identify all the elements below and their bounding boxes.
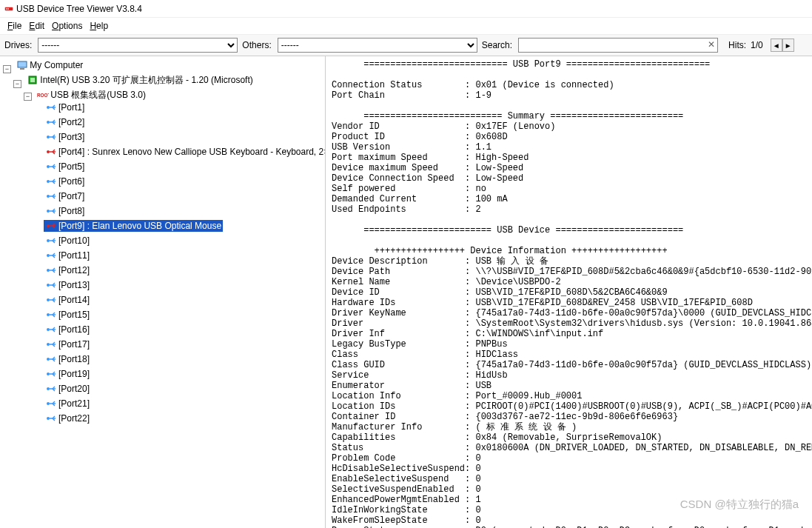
expander-icon[interactable]: −	[24, 93, 32, 101]
tree-root[interactable]: My Computer	[15, 59, 84, 71]
svg-rect-1	[6, 8, 7, 10]
tree-port[interactable]: [Port17]	[44, 338, 91, 350]
tree-port[interactable]: [Port4] : Sunrex Lenovo New Calliope USB…	[44, 146, 326, 158]
details-pane[interactable]: =========================== USB Port9 ==…	[326, 56, 812, 528]
tree-port[interactable]: [Port15]	[44, 309, 91, 321]
drives-select[interactable]: ------	[38, 38, 238, 53]
usb-port-icon	[45, 161, 57, 172]
tree-port[interactable]: [Port12]	[44, 264, 91, 276]
svg-point-68	[47, 328, 50, 331]
tree-port[interactable]: [Port7]	[44, 190, 86, 202]
expander-icon	[34, 342, 42, 350]
expander-icon	[34, 327, 42, 335]
menu-options[interactable]: Options	[49, 19, 85, 33]
tree-port[interactable]: [Port14]	[44, 294, 91, 306]
usb-port-icon	[45, 265, 57, 275]
tree-port[interactable]: [Port18]	[44, 353, 91, 365]
tree-port[interactable]: [Port22]	[44, 412, 91, 424]
tree-port[interactable]: [Port20]	[44, 383, 91, 395]
svg-text:ROOT: ROOT	[37, 93, 49, 98]
toolbar: Drives: ------ Others: ------ Search: ✕ …	[0, 35, 812, 56]
usb-port-icon	[45, 206, 57, 216]
svg-point-60	[47, 298, 50, 301]
hits-next-button[interactable]: ►	[782, 39, 794, 52]
tree-port[interactable]: [Port6]	[44, 176, 86, 187]
usb-port-icon	[45, 310, 57, 320]
hits-label: Hits:	[728, 40, 746, 50]
tree-port-label: [Port8]	[58, 205, 84, 217]
expander-icon	[34, 298, 42, 306]
svg-point-20	[47, 150, 50, 153]
tree-port-label: [Port22]	[58, 412, 90, 424]
tree-port-label: [Port14]	[58, 294, 90, 306]
others-select[interactable]: ------	[278, 38, 477, 53]
tree-port-label: [Port1]	[58, 101, 84, 113]
svg-rect-6	[30, 78, 35, 82]
tree-port-label: [Port17]	[58, 338, 90, 350]
device-tree[interactable]: − My Computer − Intel(R) USB 3.20 可扩展主机控…	[0, 56, 326, 528]
expander-icon[interactable]: −	[3, 65, 11, 73]
expander-icon	[34, 194, 42, 202]
tree-port[interactable]: [Port1]	[44, 101, 86, 113]
usb-port-icon	[45, 280, 57, 290]
tree-controller[interactable]: Intel(R) USB 3.20 可扩展主机控制器 - 1.20 (Micro…	[25, 74, 254, 86]
usb-device-icon	[45, 221, 57, 231]
usb-port-icon	[45, 324, 57, 335]
expander-icon	[34, 238, 42, 247]
usb-port-icon	[45, 117, 57, 127]
usb-port-icon	[45, 176, 57, 187]
tree-port-label: [Port7]	[58, 190, 84, 202]
tree-hub[interactable]: ROOT USB 根集线器(USB 3.0)	[36, 89, 147, 101]
clear-search-icon[interactable]: ✕	[708, 39, 715, 50]
expander-icon	[34, 253, 42, 261]
svg-point-16	[47, 136, 50, 138]
expander-icon	[34, 120, 42, 128]
menu-edit[interactable]: Edit	[26, 19, 47, 33]
tree-port[interactable]: [Port2]	[44, 116, 86, 128]
menu-help[interactable]: Help	[87, 19, 111, 33]
usb-port-icon	[45, 384, 57, 394]
tree-port-label: [Port16]	[58, 324, 90, 335]
tree-port-label: [Port4] : Sunrex Lenovo New Calliope USB…	[58, 146, 326, 158]
tree-port[interactable]: [Port9] : Elan Lenovo USB Optical Mouse	[44, 220, 223, 232]
tree-port-label: [Port13]	[58, 279, 90, 291]
tree-port-label: [Port2]	[58, 116, 84, 128]
usb-port-icon	[45, 369, 57, 379]
tree-port[interactable]: [Port16]	[44, 324, 91, 335]
tree-port-label: [Port12]	[58, 264, 90, 276]
tree-port[interactable]: [Port3]	[44, 131, 86, 143]
expander-icon[interactable]: −	[13, 80, 21, 88]
tree-controller-label: Intel(R) USB 3.20 可扩展主机控制器 - 1.20 (Micro…	[40, 74, 252, 86]
svg-point-76	[47, 358, 50, 361]
menu-file[interactable]: File	[4, 19, 24, 33]
expander-icon	[34, 372, 42, 380]
titlebar: USB Device Tree Viewer V3.8.4	[0, 0, 812, 18]
hits-prev-button[interactable]: ◄	[771, 39, 782, 52]
svg-point-72	[47, 343, 50, 346]
svg-point-56	[47, 284, 50, 287]
drives-label: Drives:	[4, 40, 32, 50]
tree-port[interactable]: [Port19]	[44, 368, 91, 380]
tree-port[interactable]: [Port5]	[44, 161, 86, 173]
svg-point-92	[47, 417, 50, 420]
usb-port-icon	[45, 102, 57, 113]
expander-icon	[34, 105, 42, 113]
tree-port[interactable]: [Port11]	[44, 250, 91, 261]
computer-icon	[16, 60, 28, 70]
expander-icon	[34, 209, 42, 217]
tree-port[interactable]: [Port10]	[44, 235, 91, 247]
tree-port-label: [Port11]	[58, 250, 90, 261]
search-input[interactable]	[518, 38, 718, 53]
tree-port-label: [Port3]	[58, 131, 84, 143]
tree-port-label: [Port18]	[58, 353, 90, 365]
svg-point-12	[47, 121, 50, 124]
tree-port[interactable]: [Port8]	[44, 205, 86, 217]
usb-port-icon	[45, 339, 57, 350]
window-title: USB Device Tree Viewer V3.8.4	[16, 4, 142, 14]
usb-port-icon	[45, 354, 57, 364]
tree-port[interactable]: [Port21]	[44, 398, 91, 410]
hits-value: 1/0	[751, 40, 763, 50]
tree-port[interactable]: [Port13]	[44, 279, 91, 291]
menubar: File Edit Options Help	[0, 18, 812, 35]
usb-port-icon	[45, 132, 57, 142]
